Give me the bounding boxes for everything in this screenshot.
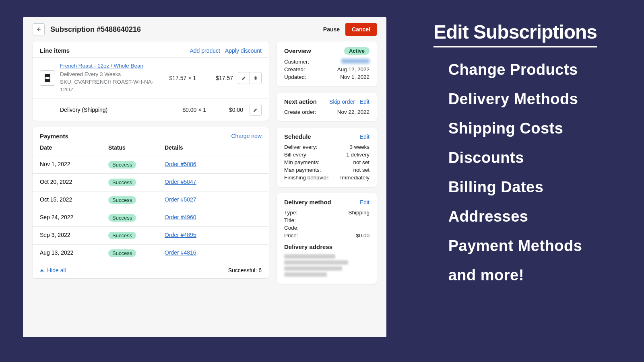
payment-status-badge: Success bbox=[108, 214, 136, 222]
min-payments-value: not set bbox=[353, 159, 369, 165]
dm-type-label: Type: bbox=[284, 210, 297, 216]
delivery-row: Delivery (Shipping) $0.00 × 1 $0.00 bbox=[33, 99, 269, 121]
dm-type-value: Shipping bbox=[348, 210, 369, 216]
payment-row: Sep 3, 2022SuccessOrder #4895 bbox=[33, 226, 269, 244]
apply-discount-link[interactable]: Apply discount bbox=[225, 47, 262, 54]
dm-price-value: $0.00 bbox=[356, 232, 369, 239]
marketing-feature-item: Shipping Costs bbox=[448, 120, 582, 137]
col-status-header: Status bbox=[108, 144, 165, 151]
product-total-price: $17.57 bbox=[201, 75, 233, 81]
trash-icon bbox=[253, 75, 258, 81]
max-payments-label: Max payments: bbox=[284, 167, 321, 173]
payment-status-badge: Success bbox=[108, 196, 136, 204]
bill-every-label: Bill every: bbox=[284, 152, 308, 158]
payment-status-badge: Success bbox=[108, 179, 136, 186]
payment-status-badge: Success bbox=[108, 249, 136, 257]
payment-date: Aug 13, 2022 bbox=[40, 249, 108, 257]
marketing-feature-item: Payment Methods bbox=[448, 237, 582, 255]
next-action-card: Next action Skip order Edit Create order… bbox=[277, 93, 377, 121]
marketing-feature-item: Billing Dates bbox=[448, 179, 582, 196]
marketing-heading: Edit Subscriptions bbox=[433, 21, 597, 47]
payment-order-link[interactable]: Order #5047 bbox=[165, 179, 196, 185]
min-payments-label: Min payments: bbox=[284, 159, 320, 165]
edit-line-item-button[interactable] bbox=[238, 72, 250, 84]
updated-value: Nov 1, 2022 bbox=[340, 74, 369, 80]
payment-order-link[interactable]: Order #5086 bbox=[165, 161, 196, 167]
next-action-title: Next action bbox=[284, 98, 324, 105]
product-delivery-text: Delivered Every 3 Weeks bbox=[60, 71, 121, 77]
payment-status-badge: Success bbox=[108, 232, 136, 239]
edit-schedule-link[interactable]: Edit bbox=[360, 134, 369, 140]
customer-value-redacted bbox=[341, 59, 369, 64]
overview-title: Overview bbox=[284, 47, 339, 54]
line-items-card: Line items Add product Apply discount Fr… bbox=[33, 41, 269, 121]
product-name-link[interactable]: French Roast - 12oz / Whole Bean bbox=[60, 62, 143, 70]
payment-row: Oct 15, 2022SuccessOrder #5027 bbox=[33, 191, 269, 209]
status-badge: Active bbox=[344, 47, 369, 55]
delivery-label: Delivery (Shipping) bbox=[60, 107, 169, 113]
bill-every-value: 1 delivery bbox=[346, 152, 369, 158]
line-item-row: French Roast - 12oz / Whole Bean Deliver… bbox=[33, 57, 269, 99]
address-line-redacted bbox=[284, 254, 335, 259]
charge-now-link[interactable]: Charge now bbox=[231, 133, 262, 139]
delete-line-item-button[interactable] bbox=[250, 72, 262, 84]
payment-date: Oct 15, 2022 bbox=[40, 196, 108, 204]
marketing-feature-item: Delivery Methods bbox=[448, 90, 582, 108]
payment-order-link[interactable]: Order #4895 bbox=[165, 232, 196, 238]
pause-button[interactable]: Pause bbox=[318, 23, 345, 36]
marketing-sidebar: Edit Subscriptions Change ProductsDelive… bbox=[386, 0, 644, 362]
max-payments-value: not set bbox=[353, 167, 369, 173]
marketing-feature-item: Discounts bbox=[448, 149, 582, 167]
payment-order-link[interactable]: Order #5027 bbox=[165, 196, 196, 203]
marketing-feature-item: Change Products bbox=[448, 61, 582, 78]
skip-order-link[interactable]: Skip order bbox=[329, 99, 355, 105]
cancel-button[interactable]: Cancel bbox=[345, 23, 377, 36]
payment-date: Nov 1, 2022 bbox=[40, 161, 108, 169]
delivery-unit-price: $0.00 × 1 bbox=[174, 107, 206, 113]
product-sku: SKU: CVARFRENCH ROAST-WH-NA-12OZ bbox=[60, 79, 153, 93]
back-button[interactable] bbox=[33, 23, 45, 35]
marketing-feature-item: Addresses bbox=[448, 208, 582, 225]
payment-row: Nov 1, 2022SuccessOrder #5086 bbox=[33, 156, 269, 173]
page-title: Subscription #5488640216 bbox=[50, 25, 318, 34]
edit-next-action-link[interactable]: Edit bbox=[360, 99, 369, 105]
edit-delivery-method-link[interactable]: Edit bbox=[360, 199, 369, 206]
subscription-admin-panel: Subscription #5488640216 Pause Cancel Li… bbox=[23, 17, 386, 337]
hide-all-button[interactable]: Hide all bbox=[47, 267, 66, 274]
payment-order-link[interactable]: Order #4960 bbox=[165, 214, 196, 220]
finishing-behavior-value: Immediately bbox=[340, 175, 369, 181]
finishing-behavior-label: Finishing behavior: bbox=[284, 175, 330, 181]
delivery-total-price: $0.00 bbox=[211, 107, 243, 113]
dm-price-label: Price: bbox=[284, 232, 298, 239]
created-label: Created: bbox=[284, 66, 305, 72]
payment-date: Sep 3, 2022 bbox=[40, 232, 108, 239]
product-thumbnail bbox=[40, 70, 55, 86]
pencil-icon bbox=[241, 75, 247, 81]
payment-status-badge: Success bbox=[108, 161, 136, 169]
marketing-feature-item: and more! bbox=[448, 267, 582, 284]
add-product-link[interactable]: Add product bbox=[190, 47, 220, 54]
dm-code-label: Code: bbox=[284, 225, 299, 231]
create-order-label: Create order: bbox=[284, 109, 316, 115]
delivery-address-heading: Delivery address bbox=[284, 239, 369, 253]
payment-order-link[interactable]: Order #4816 bbox=[165, 249, 196, 256]
overview-card: Overview Active Customer: Created:Aug 12… bbox=[277, 41, 377, 86]
delivery-method-card: Delivery method Edit Type:Shipping Title… bbox=[277, 193, 377, 284]
delivery-method-title: Delivery method bbox=[284, 199, 355, 206]
payments-card: Payments Charge now Date Status Details … bbox=[33, 127, 269, 278]
address-line-redacted bbox=[284, 272, 327, 277]
created-value: Aug 12, 2022 bbox=[337, 66, 369, 72]
customer-label: Customer: bbox=[284, 59, 309, 65]
pencil-icon bbox=[253, 107, 258, 113]
address-line-redacted bbox=[284, 266, 342, 271]
successful-count: Successful: 6 bbox=[228, 267, 262, 274]
payment-row: Sep 24, 2022SuccessOrder #4960 bbox=[33, 209, 269, 226]
schedule-title: Schedule bbox=[284, 133, 355, 140]
payments-title: Payments bbox=[40, 133, 227, 140]
edit-delivery-button[interactable] bbox=[250, 104, 262, 116]
payment-date: Oct 20, 2022 bbox=[40, 179, 108, 186]
page-header: Subscription #5488640216 Pause Cancel bbox=[33, 23, 377, 36]
create-order-value: Nov 22, 2022 bbox=[337, 109, 369, 115]
caret-up-icon bbox=[40, 269, 44, 272]
arrow-left-icon bbox=[36, 27, 41, 32]
